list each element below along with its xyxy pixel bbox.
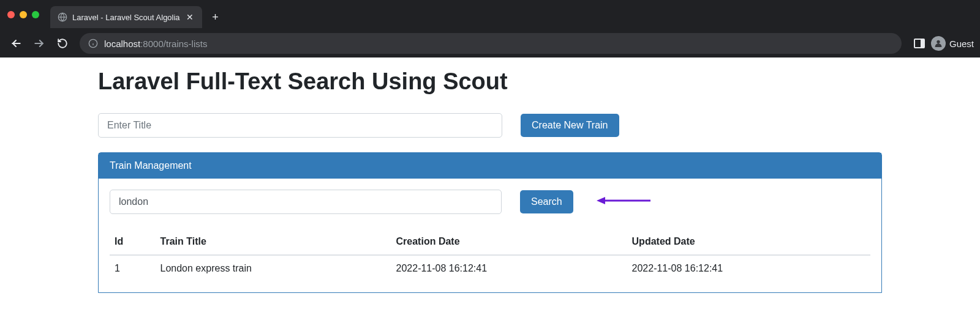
tab-strip: Laravel - Laravel Scout Algolia ✕ + (0, 0, 980, 29)
arrow-annotation-icon (597, 195, 652, 209)
top-controls: Create New Train (98, 113, 882, 138)
window-maximize-button[interactable] (32, 11, 39, 18)
panel-header: Train Management (99, 153, 881, 179)
site-info-icon[interactable] (88, 39, 98, 48)
browser-toolbar: localhost:8000/trains-lists Guest (0, 29, 980, 57)
globe-icon (58, 12, 67, 22)
page-title: Laravel Full-Text Search Using Scout (98, 69, 882, 95)
avatar-icon (931, 36, 946, 51)
traffic-lights (7, 11, 39, 18)
cell-updated: 2022-11-08 16:12:41 (627, 255, 870, 281)
browser-tab[interactable]: Laravel - Laravel Scout Algolia ✕ (50, 6, 202, 28)
title-input[interactable] (98, 113, 502, 138)
col-id: Id (110, 229, 156, 255)
table-row: 1 London express train 2022-11-08 16:12:… (110, 255, 870, 281)
address-bar[interactable]: localhost:8000/trains-lists (80, 33, 902, 54)
forward-button[interactable] (29, 34, 49, 53)
col-title: Train Title (156, 229, 391, 255)
svg-point-7 (937, 40, 940, 43)
cell-id: 1 (110, 255, 156, 281)
search-input[interactable] (110, 190, 502, 214)
browser-chrome: Laravel - Laravel Scout Algolia ✕ + loca… (0, 0, 980, 57)
cell-created: 2022-11-08 16:12:41 (391, 255, 627, 281)
search-button[interactable]: Search (520, 190, 573, 213)
train-management-panel: Train Management Search Id Train Title (98, 152, 882, 293)
new-tab-button[interactable]: + (207, 9, 224, 26)
reload-button[interactable] (53, 34, 72, 53)
window-minimize-button[interactable] (20, 11, 27, 18)
trains-table: Id Train Title Creation Date Updated Dat… (110, 229, 870, 281)
close-icon[interactable]: ✕ (185, 12, 195, 22)
svg-marker-9 (597, 197, 605, 204)
side-panel-icon[interactable] (914, 39, 925, 48)
back-button[interactable] (6, 34, 26, 53)
profile-button[interactable]: Guest (931, 36, 974, 51)
toolbar-right: Guest (914, 36, 974, 51)
col-created: Creation Date (391, 229, 627, 255)
panel-body: Search Id Train Title Creation Date Upda… (99, 179, 881, 292)
page-content: Laravel Full-Text Search Using Scout Cre… (0, 57, 980, 293)
create-new-train-button[interactable]: Create New Train (521, 114, 619, 137)
search-row: Search (110, 190, 870, 214)
window-close-button[interactable] (7, 11, 15, 18)
cell-title: London express train (156, 255, 391, 281)
url-text: localhost:8000/trains-lists (104, 39, 207, 49)
tab-title: Laravel - Laravel Scout Algolia (72, 13, 180, 22)
col-updated: Updated Date (627, 229, 870, 255)
profile-label: Guest (949, 39, 974, 49)
